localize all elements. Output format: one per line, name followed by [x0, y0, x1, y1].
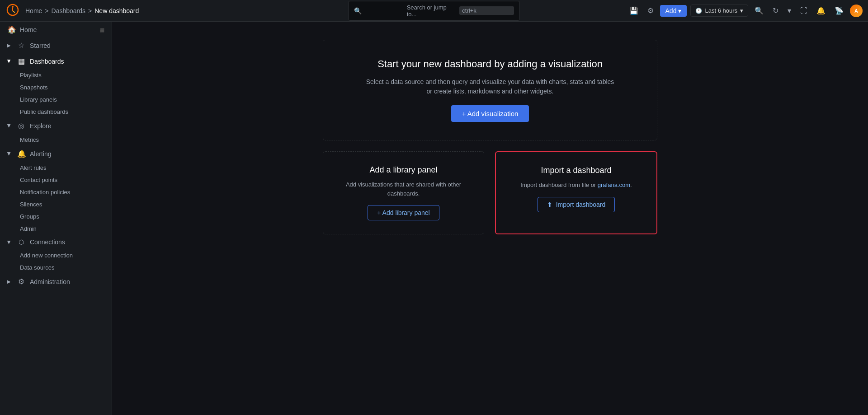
dashboard-setup: Start your new dashboard by adding a vis…: [323, 40, 657, 234]
sidebar-administration-label: Administration: [30, 278, 104, 285]
sidebar-subitem-groups[interactable]: Groups: [0, 210, 112, 223]
time-range-label: Last 6 hours: [705, 7, 737, 14]
sidebar-item-alerting[interactable]: ▶ 🔔 Alerting: [0, 146, 112, 162]
sidebar-alerting-label: Alerting: [30, 150, 104, 158]
search-bar-container: 🔍 Search or jump to... ctrl+k: [348, 1, 520, 21]
search-bar[interactable]: 🔍 Search or jump to... ctrl+k: [348, 1, 520, 21]
search-placeholder: Search or jump to...: [407, 4, 456, 18]
sidebar-item-connections[interactable]: ▶ ⬡ Connections: [0, 235, 112, 249]
playlists-label: Playlists: [20, 72, 42, 79]
add-button-chevron: ▾: [678, 7, 681, 14]
add-new-connection-label: Add new connection: [20, 252, 73, 259]
sidebar-subitem-snapshots[interactable]: Snapshots: [0, 81, 112, 93]
breadcrumb-sep1: >: [45, 7, 48, 14]
connections-arrow: ▶: [7, 240, 12, 244]
groups-label: Groups: [20, 213, 39, 220]
sidebar-subitem-library-panels[interactable]: Library panels: [0, 93, 112, 106]
refresh-btn[interactable]: ↻: [770, 4, 781, 18]
administration-arrow: ▶: [7, 279, 11, 284]
library-panel-card: Add a library panel Add visualizations t…: [323, 151, 484, 234]
dashboard-settings-btn[interactable]: ⚙: [645, 4, 656, 18]
save-dashboard-btn[interactable]: 💾: [627, 4, 641, 18]
time-range-chevron: ▾: [740, 7, 743, 14]
grafana-logo: [5, 3, 20, 19]
import-desc-suffix: .: [630, 182, 632, 188]
alert-btn[interactable]: 🔔: [814, 4, 828, 18]
alerting-icon: 🔔: [17, 149, 25, 158]
import-dashboard-button[interactable]: ⬆ Import dashboard: [538, 197, 615, 212]
time-range-btn[interactable]: 🕐 Last 6 hours ▾: [690, 5, 748, 17]
expand-btn[interactable]: ⛶: [797, 4, 810, 18]
sidebar-subitem-silences[interactable]: Silences: [0, 198, 112, 210]
add-library-panel-button[interactable]: + Add library panel: [368, 205, 439, 220]
avatar[interactable]: A: [850, 5, 863, 17]
breadcrumb: Home > Dashboards > New dashboard: [25, 7, 627, 14]
sidebar-item-starred[interactable]: ▶ ☆ Starred: [0, 37, 112, 53]
import-desc-link: grafana.com: [598, 182, 630, 188]
metrics-label: Metrics: [20, 136, 39, 143]
sidebar-item-administration[interactable]: ▶ ⚙ Administration: [0, 274, 112, 289]
import-dashboard-card: Import a dashboard Import dashboard from…: [495, 151, 657, 234]
sidebar-dashboards-label: Dashboards: [30, 58, 104, 65]
time-range-icon: 🕐: [695, 8, 702, 14]
sidebar-subitem-notification-policies[interactable]: Notification policies: [0, 186, 112, 198]
topbar-actions: 💾 ⚙ Add ▾ 🕐 Last 6 hours ▾ 🔍 ↻ ▾ ⛶ 🔔 📡 A: [627, 4, 863, 18]
sidebar-starred-label: Starred: [30, 42, 104, 49]
explore-arrow: ▶: [7, 124, 12, 128]
import-dashboard-desc: Import dashboard from file or grafana.co…: [520, 181, 632, 190]
breadcrumb-dashboards[interactable]: Dashboards: [52, 7, 86, 14]
sidebar-subitem-data-sources[interactable]: Data sources: [0, 261, 112, 274]
sidebar-subitem-add-new-connection[interactable]: Add new connection: [0, 249, 112, 261]
breadcrumb-sep2: >: [88, 7, 92, 14]
sidebar-home-grid-icon: ▦: [99, 27, 104, 33]
refresh-options-btn[interactable]: ▾: [785, 4, 794, 18]
search-icon: 🔍: [354, 7, 403, 14]
sidebar-subitem-metrics[interactable]: Metrics: [0, 134, 112, 146]
starred-icon: ☆: [17, 41, 25, 50]
sidebar-item-explore[interactable]: ▶ ◎ Explore: [0, 118, 112, 134]
library-panels-label: Library panels: [20, 96, 57, 103]
connections-icon: ⬡: [17, 238, 25, 246]
add-button[interactable]: Add ▾: [660, 5, 687, 17]
bottom-cards-row: Add a library panel Add visualizations t…: [323, 151, 657, 234]
topbar: Home > Dashboards > New dashboard 🔍 Sear…: [0, 0, 868, 22]
sidebar-explore-label: Explore: [30, 122, 104, 130]
sidebar-item-dashboards[interactable]: ▶ ▦ Dashboards: [0, 53, 112, 69]
library-panel-desc: Add visualizations that are shared with …: [332, 180, 475, 198]
dashboards-icon: ▦: [17, 57, 25, 65]
sidebar-subitem-public-dashboards[interactable]: Public dashboards: [0, 106, 112, 118]
sidebar-subitem-alert-rules[interactable]: Alert rules: [0, 162, 112, 174]
notification-policies-label: Notification policies: [20, 189, 70, 196]
add-visualization-button[interactable]: + Add visualization: [451, 105, 529, 122]
sidebar-item-home[interactable]: 🏠 Home ▦: [0, 22, 112, 37]
starred-arrow: ▶: [7, 43, 11, 48]
sidebar-connections-label: Connections: [30, 238, 104, 246]
sidebar: 🏠 Home ▦ ▶ ☆ Starred ▶ ▦ Dashboards Play…: [0, 22, 112, 415]
public-dashboards-label: Public dashboards: [20, 108, 68, 115]
sidebar-subitem-playlists[interactable]: Playlists: [0, 69, 112, 81]
zoom-out-btn[interactable]: 🔍: [752, 4, 766, 18]
add-viz-desc: Select a data source and then query and …: [363, 77, 617, 96]
import-btn-label: Import dashboard: [556, 201, 606, 208]
svg-point-2: [12, 6, 14, 8]
library-panel-title: Add a library panel: [369, 165, 437, 175]
alerting-arrow: ▶: [7, 152, 12, 156]
sidebar-home-label: Home: [20, 26, 95, 33]
add-button-label: Add: [665, 7, 677, 14]
search-shortcut: ctrl+k: [459, 6, 514, 15]
sidebar-subitem-admin[interactable]: Admin: [0, 223, 112, 235]
add-viz-btn-label: + Add visualization: [462, 110, 519, 117]
add-viz-title: Start your new dashboard by adding a vis…: [377, 58, 603, 70]
contact-points-label: Contact points: [20, 177, 57, 183]
import-dashboard-title: Import a dashboard: [541, 166, 611, 175]
dashboards-arrow: ▶: [7, 60, 12, 63]
breadcrumb-home[interactable]: Home: [25, 7, 42, 14]
news-btn[interactable]: 📡: [832, 4, 846, 18]
layout: 🏠 Home ▦ ▶ ☆ Starred ▶ ▦ Dashboards Play…: [0, 22, 868, 415]
administration-icon: ⚙: [17, 277, 25, 286]
add-library-panel-btn-label: + Add library panel: [377, 209, 429, 216]
import-desc-prefix: Import dashboard from file or: [520, 182, 598, 188]
add-visualization-card: Start your new dashboard by adding a vis…: [323, 40, 657, 140]
explore-icon: ◎: [17, 121, 25, 130]
sidebar-subitem-contact-points[interactable]: Contact points: [0, 174, 112, 186]
